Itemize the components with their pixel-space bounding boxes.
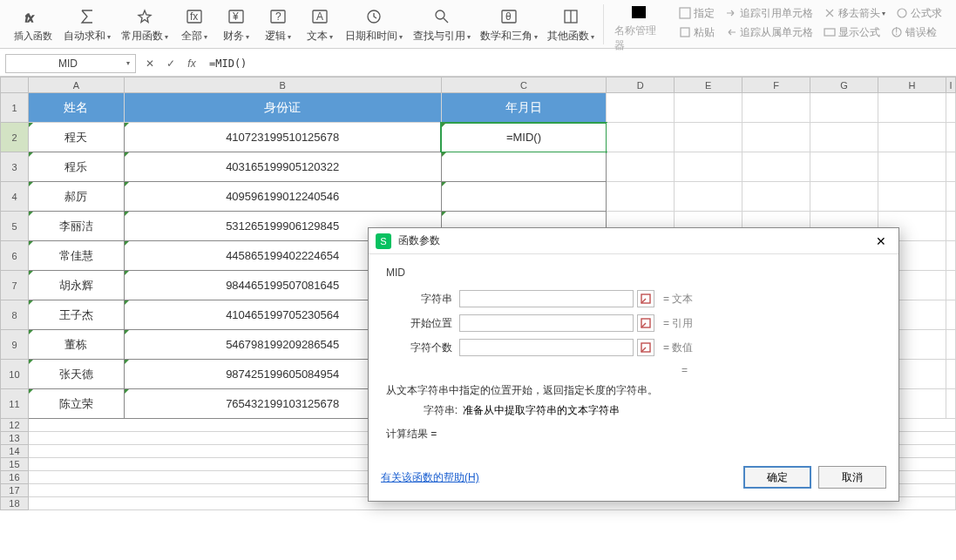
- row-header-10[interactable]: 10: [1, 360, 29, 389]
- row-header-18[interactable]: 18: [1, 497, 29, 510]
- cell-I9[interactable]: [946, 330, 955, 360]
- finance-button[interactable]: ¥ 财务▾: [215, 0, 257, 49]
- cell-C2[interactable]: =MID(): [441, 123, 607, 152]
- error-check-button[interactable]: !错误检: [885, 23, 942, 42]
- cell-I1[interactable]: [946, 93, 955, 123]
- cell-I10[interactable]: [946, 360, 955, 389]
- cell-B4[interactable]: 409596199012240546: [124, 182, 441, 212]
- cell-A5[interactable]: 李丽洁: [28, 212, 124, 241]
- cell-I5[interactable]: [946, 212, 955, 241]
- cell-A6[interactable]: 常佳慧: [28, 241, 124, 271]
- trace-dependents-button[interactable]: 追踪从属单元格: [720, 23, 818, 42]
- cell-C1[interactable]: 年月日: [441, 93, 607, 123]
- close-button[interactable]: ✕: [871, 231, 892, 252]
- formula-input[interactable]: [206, 54, 951, 73]
- row-header-6[interactable]: 6: [1, 241, 29, 271]
- row-header-12[interactable]: 12: [1, 419, 29, 432]
- trace-precedents-button[interactable]: 追踪引用单元格: [720, 3, 818, 23]
- cell-B3[interactable]: 403165199905120322: [124, 152, 441, 182]
- row-header-13[interactable]: 13: [1, 432, 29, 445]
- col-header-C[interactable]: C: [441, 78, 607, 93]
- cell-A9[interactable]: 董栋: [28, 330, 124, 360]
- cell-A2[interactable]: 程天: [28, 123, 124, 152]
- row-header-2[interactable]: 2: [1, 123, 29, 152]
- cell-G1[interactable]: [810, 93, 878, 123]
- row-header-15[interactable]: 15: [1, 458, 29, 471]
- cell-F2[interactable]: [742, 123, 810, 152]
- row-header-11[interactable]: 11: [1, 389, 29, 419]
- row-header-16[interactable]: 16: [1, 471, 29, 484]
- range-picker-button[interactable]: [637, 314, 654, 332]
- cell-G2[interactable]: [810, 123, 878, 152]
- row-header-4[interactable]: 4: [1, 182, 29, 212]
- cell-A3[interactable]: 程乐: [28, 152, 124, 182]
- cancel-edit-button[interactable]: ✕: [143, 57, 157, 71]
- row-header-5[interactable]: 5: [1, 212, 29, 241]
- row-header-7[interactable]: 7: [1, 271, 29, 300]
- arg-input-text[interactable]: [459, 290, 634, 307]
- cell-E4[interactable]: [675, 182, 742, 212]
- cell-D3[interactable]: [607, 152, 675, 182]
- all-functions-button[interactable]: fx 全部▾: [173, 0, 215, 49]
- insert-function-button[interactable]: fx 插入函数: [9, 0, 58, 49]
- cell-G4[interactable]: [810, 182, 878, 212]
- cell-A11[interactable]: 陈立荣: [28, 389, 124, 419]
- cell-A4[interactable]: 郝厉: [28, 182, 124, 212]
- select-all-corner[interactable]: [1, 78, 29, 93]
- cell-I3[interactable]: [946, 152, 955, 182]
- cell-D1[interactable]: [607, 93, 675, 123]
- autosum-button[interactable]: 自动求和▾: [58, 0, 116, 49]
- cell-E1[interactable]: [675, 93, 742, 123]
- arg-input-count[interactable]: [459, 339, 634, 356]
- cell-A8[interactable]: 王子杰: [28, 300, 124, 330]
- range-picker-button[interactable]: [637, 339, 654, 356]
- col-header-A[interactable]: A: [28, 78, 124, 93]
- col-header-E[interactable]: E: [675, 78, 742, 93]
- col-header-G[interactable]: G: [810, 78, 878, 93]
- show-formulas-button[interactable]: 显示公式: [818, 23, 885, 42]
- cell-F4[interactable]: [742, 182, 810, 212]
- confirm-edit-button[interactable]: ✓: [164, 57, 178, 71]
- row-header-14[interactable]: 14: [1, 445, 29, 458]
- cell-H4[interactable]: [878, 182, 946, 212]
- cell-E3[interactable]: [675, 152, 742, 182]
- name-manager-button[interactable]: 名称管理器: [607, 0, 670, 57]
- dialog-titlebar[interactable]: S 函数参数 ✕: [369, 228, 898, 254]
- cell-G3[interactable]: [810, 152, 878, 182]
- cell-I2[interactable]: [946, 123, 955, 152]
- cell-B2[interactable]: 410723199510125678: [124, 123, 441, 152]
- col-header-I[interactable]: I: [946, 78, 955, 93]
- cell-A10[interactable]: 张天德: [28, 360, 124, 389]
- col-header-B[interactable]: B: [124, 78, 441, 93]
- row-header-9[interactable]: 9: [1, 330, 29, 360]
- cell-I6[interactable]: [946, 241, 955, 271]
- ok-button[interactable]: 确定: [743, 466, 811, 489]
- cell-I7[interactable]: [946, 271, 955, 300]
- row-header-3[interactable]: 3: [1, 152, 29, 182]
- row-header-1[interactable]: 1: [1, 93, 29, 123]
- cell-I11[interactable]: [946, 389, 955, 419]
- common-functions-button[interactable]: 常用函数▾: [116, 0, 173, 49]
- cell-H2[interactable]: [878, 123, 946, 152]
- text-button[interactable]: A 文本▾: [299, 0, 341, 49]
- help-link[interactable]: 有关该函数的帮助(H): [381, 470, 479, 485]
- cell-E2[interactable]: [675, 123, 742, 152]
- lookup-button[interactable]: 查找与引用▾: [408, 0, 475, 49]
- arg-input-start[interactable]: [459, 314, 634, 332]
- formula-eval-button[interactable]: 公式求: [891, 3, 947, 23]
- define-button[interactable]: 指定: [674, 3, 720, 23]
- cell-F3[interactable]: [742, 152, 810, 182]
- datetime-button[interactable]: 日期和时间▾: [341, 0, 408, 49]
- cell-F1[interactable]: [742, 93, 810, 123]
- cell-D4[interactable]: [607, 182, 675, 212]
- cell-I4[interactable]: [946, 182, 955, 212]
- col-header-D[interactable]: D: [607, 78, 675, 93]
- logic-button[interactable]: ? 逻辑▾: [257, 0, 299, 49]
- cell-H1[interactable]: [878, 93, 946, 123]
- paste-button[interactable]: 粘贴: [674, 23, 720, 42]
- remove-arrows-button[interactable]: 移去箭头▾: [818, 3, 891, 23]
- cell-C3[interactable]: [441, 152, 607, 182]
- row-header-8[interactable]: 8: [1, 300, 29, 330]
- col-header-H[interactable]: H: [878, 78, 946, 93]
- cell-A7[interactable]: 胡永辉: [28, 271, 124, 300]
